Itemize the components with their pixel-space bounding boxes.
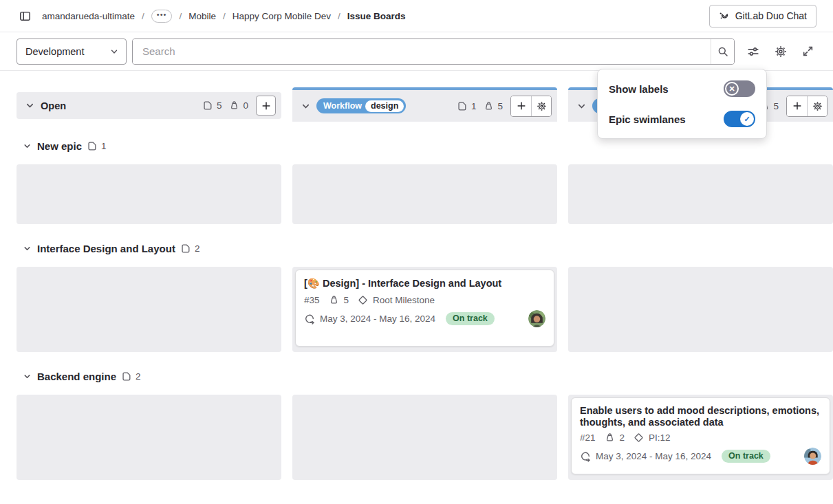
lane-cell-empty bbox=[17, 267, 281, 352]
assignee-avatar[interactable] bbox=[528, 310, 545, 327]
epic-icon bbox=[122, 371, 132, 382]
board-search bbox=[132, 39, 735, 65]
column-collapse-chevron[interactable] bbox=[576, 101, 587, 111]
column-collapse-chevron[interactable] bbox=[301, 101, 311, 111]
sidebar-toggle-button[interactable] bbox=[17, 8, 34, 25]
swimlane-collapse-chevron[interactable] bbox=[23, 142, 32, 151]
lane-cell-empty bbox=[17, 164, 281, 224]
swimlane-issue-count: 2 bbox=[136, 371, 141, 382]
toggle-off-x-icon: ✕ bbox=[725, 82, 739, 96]
milestone-icon bbox=[358, 295, 368, 305]
weight-count: 5 bbox=[497, 101, 503, 111]
search-input[interactable] bbox=[133, 39, 711, 64]
duo-chat-label: GitLab Duo Chat bbox=[735, 10, 807, 21]
column-scoped-label[interactable]: Workflow design bbox=[316, 98, 406, 113]
board-settings-popover: Show labels ✕ Epic swimlanes ✓ bbox=[597, 69, 767, 139]
gear-icon bbox=[775, 45, 787, 58]
swimlane-header: New epic 1 bbox=[23, 138, 816, 154]
swimlane-name: Interface Design and Layout bbox=[37, 243, 175, 254]
expand-icon bbox=[802, 45, 814, 57]
weight-count: 0 bbox=[243, 100, 248, 111]
epic-swimlanes-toggle[interactable]: ✓ bbox=[724, 111, 755, 127]
breadcrumb-current-page: Issue Boards bbox=[347, 11, 406, 21]
issue-card-footer: May 3, 2024 - May 16, 2024 On track bbox=[580, 448, 821, 465]
issue-dates: May 3, 2024 - May 16, 2024 bbox=[596, 451, 711, 461]
swimlane-new-epic: New epic 1 bbox=[17, 138, 816, 224]
board-select-dropdown[interactable]: Development bbox=[17, 39, 127, 65]
column-title: Open bbox=[41, 100, 66, 111]
board-settings-button[interactable] bbox=[772, 43, 790, 61]
add-issue-button[interactable] bbox=[511, 96, 531, 116]
column-open: Open 5 0 bbox=[17, 87, 281, 122]
issue-card-35[interactable]: [🎨 Design] - Interface Design and Layout… bbox=[295, 270, 554, 347]
search-button[interactable] bbox=[711, 39, 734, 64]
sliders-icon bbox=[747, 45, 759, 58]
breadcrumb-ellipsis-button[interactable]: ••• bbox=[151, 10, 173, 23]
swimlane-cells: [🎨 Design] - Interface Design and Layout… bbox=[17, 267, 816, 352]
toggle-on-check-icon: ✓ bbox=[740, 112, 754, 126]
issue-boards-page: amandarueda-ultimate / ••• / Mobile / Ha… bbox=[0, 0, 833, 504]
swimlane-collapse-chevron[interactable] bbox=[23, 372, 32, 381]
show-labels-toggle[interactable]: ✕ bbox=[724, 80, 755, 97]
swimlane-issue-count: 2 bbox=[195, 243, 200, 254]
lane-cell-empty bbox=[292, 395, 557, 480]
chevron-down-icon bbox=[109, 47, 119, 56]
issue-card-21[interactable]: Enable users to add mood descriptions, e… bbox=[571, 397, 830, 474]
milestone-icon bbox=[634, 432, 644, 443]
issue-milestone: Root Milestone bbox=[373, 295, 435, 305]
list-settings-button[interactable] bbox=[807, 96, 827, 116]
status-badge: On track bbox=[722, 450, 770, 463]
lane-cell-empty bbox=[17, 395, 281, 480]
board-select-value: Development bbox=[25, 46, 84, 57]
breadcrumb-subgroup[interactable]: Mobile bbox=[188, 11, 216, 21]
iteration-icon bbox=[304, 314, 315, 325]
swimlane-issue-count: 1 bbox=[101, 141, 107, 151]
lane-cell-empty bbox=[568, 164, 833, 224]
breadcrumb-separator: / bbox=[142, 11, 144, 21]
breadcrumb-separator: / bbox=[223, 11, 226, 21]
swimlane-count: 2 bbox=[122, 371, 141, 382]
add-issue-button[interactable] bbox=[787, 96, 807, 116]
breadcrumb: amandarueda-ultimate / ••• / Mobile / Ha… bbox=[42, 10, 701, 23]
issue-card-meta: #21 2 PI:12 bbox=[580, 432, 821, 443]
board-fullscreen-button[interactable] bbox=[799, 43, 816, 60]
issues-icon bbox=[457, 101, 468, 111]
breadcrumb-separator: / bbox=[338, 11, 340, 21]
lane-cell-empty bbox=[292, 164, 557, 224]
sidebar-toggle-icon bbox=[19, 10, 31, 22]
swimlane-cells: Enable users to add mood descriptions, e… bbox=[17, 395, 816, 480]
breadcrumb-project[interactable]: Happy Corp Mobile Dev bbox=[232, 11, 331, 21]
issue-milestone: PI:12 bbox=[649, 432, 671, 443]
column-counts: 5 bbox=[759, 96, 827, 117]
swimlane-collapse-chevron[interactable] bbox=[23, 244, 32, 253]
epic-icon bbox=[181, 243, 191, 254]
show-labels-label: Show labels bbox=[609, 83, 669, 95]
column-open-header: Open 5 0 bbox=[17, 92, 281, 119]
show-labels-row: Show labels ✕ bbox=[598, 74, 766, 104]
weight-icon bbox=[484, 101, 494, 111]
weight-count: 5 bbox=[773, 101, 779, 111]
duo-chat-icon bbox=[719, 10, 731, 22]
list-settings-button[interactable] bbox=[531, 96, 551, 116]
swimlane-interface-design: Interface Design and Layout 2 [🎨 Design]… bbox=[17, 241, 816, 352]
lane-cell-empty bbox=[568, 267, 833, 352]
add-issue-button[interactable] bbox=[256, 96, 276, 116]
issue-count: 5 bbox=[217, 100, 222, 111]
issue-card-title: [🎨 Design] - Interface Design and Layout bbox=[304, 278, 545, 289]
lane-cell: Enable users to add mood descriptions, e… bbox=[568, 395, 833, 480]
assignee-avatar[interactable] bbox=[804, 448, 821, 465]
board-preferences-button[interactable] bbox=[744, 43, 762, 61]
issue-card-meta: #35 5 Root Milestone bbox=[304, 295, 545, 305]
duo-chat-button[interactable]: GitLab Duo Chat bbox=[709, 5, 816, 28]
issue-dates: May 3, 2024 - May 16, 2024 bbox=[320, 314, 435, 324]
epic-icon bbox=[87, 141, 98, 151]
breadcrumb-bar: amandarueda-ultimate / ••• / Mobile / Ha… bbox=[0, 0, 833, 32]
swimlane-count: 2 bbox=[181, 243, 200, 254]
column-counts: 5 0 bbox=[203, 96, 276, 116]
column-collapse-chevron[interactable] bbox=[25, 100, 35, 111]
board-filter-bar: Development bbox=[0, 32, 833, 71]
swimlane-name: New epic bbox=[37, 140, 82, 152]
breadcrumb-group[interactable]: amandarueda-ultimate bbox=[42, 11, 135, 21]
issue-id: #35 bbox=[304, 295, 320, 305]
label-scope: Workflow bbox=[323, 101, 362, 111]
